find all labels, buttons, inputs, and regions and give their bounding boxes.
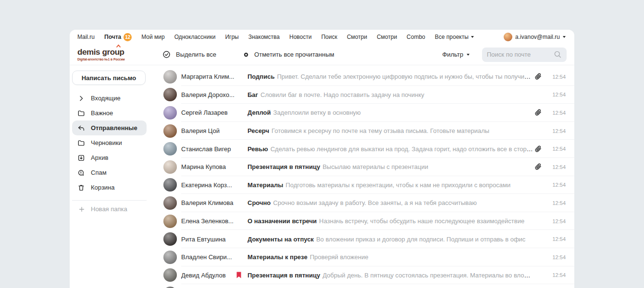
filter-button[interactable]: Фильтр — [442, 51, 470, 58]
sidebar-item-spam[interactable]: Спам — [72, 165, 147, 180]
trash-icon — [77, 184, 85, 192]
mail-subject: Срочно — [248, 199, 271, 206]
topnav-item-watch-2[interactable]: Смотри — [377, 34, 397, 40]
paperclip-icon — [533, 163, 543, 171]
search-input[interactable] — [487, 51, 554, 58]
sidebar: Написать письмо Входящие Важное Отправле… — [70, 65, 159, 288]
avatar — [163, 124, 177, 138]
sidebar-item-label: Отправленные — [91, 124, 137, 132]
new-folder-button[interactable]: Новая папка — [72, 205, 159, 213]
read-dot-icon — [243, 52, 249, 58]
mail-row[interactable]: Елена Зеленков... О назначении встречиНа… — [159, 212, 574, 230]
mail-subject: Материалы — [248, 181, 283, 189]
mail-row[interactable]: Екатерина Корз... МатериалыПодготовь мат… — [159, 176, 574, 194]
sidebar-item-important[interactable]: Важное — [72, 106, 147, 120]
search-box — [482, 48, 567, 62]
check-circle-icon — [162, 50, 171, 59]
mail-row[interactable]: Владлен Свири... Материалы к презеПровер… — [159, 248, 574, 266]
paperclip-icon — [533, 145, 543, 153]
topnav-item-label: Смотри — [377, 34, 397, 40]
brand-name: demis group — [77, 48, 124, 57]
topnav-item-mailru[interactable]: Mail.ru — [77, 34, 95, 40]
sidebar-item-trash[interactable]: Корзина — [72, 180, 147, 195]
mail-subject: О назначении встречи — [248, 217, 317, 225]
sidebar-item-label: Черновики — [91, 139, 122, 146]
topnav-item-label: Новости — [289, 34, 311, 40]
folder-icon — [77, 109, 85, 117]
mail-app-window: Mail.ru Почта 12 Мой мир Одноклассники И… — [70, 30, 574, 288]
topnav-item-all-projects[interactable]: Все проекты — [435, 34, 474, 40]
brand-logo-text: demis group — [77, 48, 124, 56]
compose-button[interactable]: Написать письмо — [72, 71, 146, 85]
avatar — [163, 160, 177, 174]
mail-row[interactable]: Валерия Цой РесерчГотовимся к ресерчу по… — [159, 122, 574, 140]
sidebar-item-sent[interactable]: Отправленные — [72, 120, 147, 135]
avatar — [163, 215, 177, 228]
mail-time: 12:54 — [548, 218, 566, 224]
mail-preview: Сделать ревью лендингов для выкатки на п… — [271, 145, 533, 153]
topnav-item-combo[interactable]: Combo — [407, 34, 425, 40]
mail-row[interactable]: Валерия Дорохо... БагСловили баг в почте… — [159, 86, 574, 104]
avatar — [163, 178, 177, 192]
sidebar-item-inbox[interactable]: Входящие — [72, 91, 147, 106]
sidebar-item-archive[interactable]: Архив — [72, 150, 147, 165]
topnav-item-news[interactable]: Новости — [289, 34, 311, 40]
chevron-down-icon — [563, 36, 566, 38]
mail-time: 12:54 — [548, 272, 566, 278]
search-icon[interactable] — [554, 50, 562, 59]
brand-logo[interactable]: demis group Digital-агентство №1 в Росси… — [70, 48, 159, 61]
topnav-item-label: Игры — [225, 34, 238, 40]
avatar — [163, 196, 177, 210]
flag-icon — [235, 272, 248, 278]
mail-time: 12:54 — [548, 92, 566, 97]
mail-row[interactable] — [159, 284, 574, 288]
topnav-item-label: Смотри — [347, 34, 367, 40]
topnav-item-search[interactable]: Поиск — [321, 34, 337, 40]
select-all-label: Выделить все — [176, 51, 216, 58]
header-bar: demis group Digital-агентство №1 в Росси… — [70, 44, 574, 65]
avatar — [163, 70, 177, 84]
spam-icon — [77, 169, 85, 177]
mail-row[interactable]: Рита Евтушина Документы на отпускВо влож… — [159, 230, 574, 248]
topnav-item-label: Одноклассники — [174, 34, 216, 40]
mail-row[interactable]: Маргарита Клим... ПодписьПривет. Сделали… — [159, 68, 574, 86]
topnav-item-dating[interactable]: Знакомства — [248, 34, 280, 40]
mail-subject: Документы на отпуск — [248, 236, 314, 243]
mail-preview: Готовимся к ресерчу по почте на тему отз… — [272, 127, 489, 134]
sender-name: Валерия Цой — [181, 127, 235, 134]
account-menu[interactable]: a.ivanov@mail.ru — [504, 33, 566, 41]
topnav: Mail.ru Почта 12 Мой мир Одноклассники И… — [70, 30, 574, 44]
folder-list: Входящие Важное Отправленные Черновики А… — [72, 91, 159, 195]
paperclip-icon — [533, 72, 543, 81]
mail-subject: Деплой — [248, 109, 271, 116]
mail-row[interactable]: Марина Купова Презентация в пятницуВысыл… — [159, 158, 574, 176]
mark-all-read-button[interactable]: Отметить все прочитанным — [243, 51, 334, 58]
mail-time: 12:54 — [548, 110, 566, 116]
avatar — [163, 251, 177, 264]
mail-row[interactable]: Станислав Вигер РевьюСделать ревью ленди… — [159, 140, 574, 158]
topnav-item-games[interactable]: Игры — [225, 34, 238, 40]
sidebar-item-label: Входящие — [91, 95, 121, 102]
mail-preview: Словили баг в почте. Надо поставить зада… — [260, 91, 424, 98]
plus-icon — [78, 206, 85, 213]
sidebar-item-drafts[interactable]: Черновики — [72, 135, 147, 150]
archive-icon — [77, 154, 85, 162]
mail-subject: Подпись — [248, 73, 274, 80]
topnav-item-mail[interactable]: Почта 12 — [104, 33, 132, 41]
sender-name: Валерия Дорохо... — [181, 91, 235, 98]
content-area: Написать письмо Входящие Важное Отправле… — [70, 65, 574, 288]
topnav-item-odnoklassniki[interactable]: Одноклассники — [174, 34, 216, 40]
mail-row[interactable]: Девид Абдулов Презентация в пятницуДобры… — [159, 266, 574, 285]
select-all-button[interactable]: Выделить все — [162, 50, 216, 59]
topnav-item-myworld[interactable]: Мой мир — [141, 34, 164, 40]
sender-name: Марина Купова — [181, 163, 235, 170]
sender-name: Маргарита Клим... — [181, 73, 235, 80]
avatar — [163, 268, 177, 282]
mail-row[interactable]: Валерия Климова СрочноСрочно возьми зада… — [159, 194, 574, 212]
mail-row[interactable]: Сергей Лазарев ДеплойЗадеплоили ветку в … — [159, 104, 574, 122]
mail-preview: Добрый день. В пятницу состоялась презен… — [322, 272, 533, 279]
topnav-item-watch-1[interactable]: Смотри — [347, 34, 367, 40]
account-avatar — [504, 33, 512, 41]
mail-preview: Срочно возьми задачу в работу. Все занят… — [273, 199, 477, 206]
sender-name: Станислав Вигер — [181, 145, 235, 153]
